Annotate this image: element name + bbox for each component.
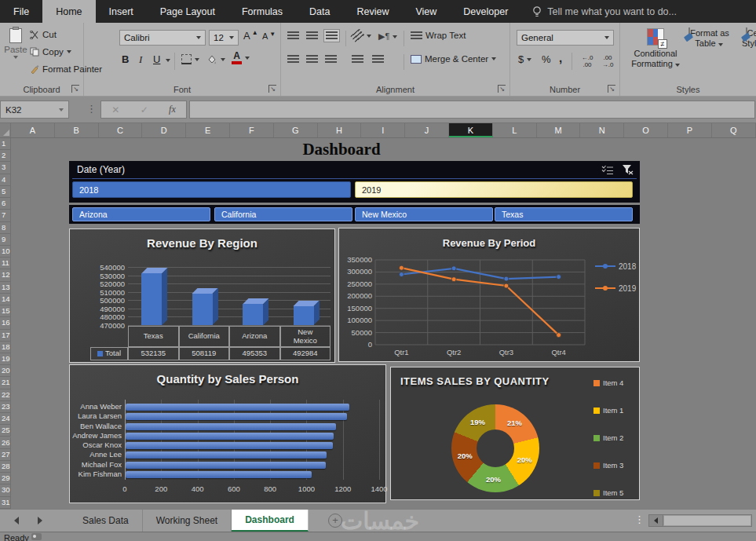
format-as-table-dropdown-arrow[interactable] (718, 43, 723, 46)
row-header-26[interactable]: 26 (0, 437, 11, 449)
column-header-M[interactable]: M (537, 123, 581, 137)
sales-bar-andrew-james[interactable] (126, 433, 334, 440)
orientation-button[interactable] (352, 31, 371, 40)
align-bottom-button[interactable] (323, 29, 340, 42)
paste-button[interactable]: Paste (4, 28, 27, 59)
row-header-2[interactable]: 2 (0, 150, 11, 162)
legend-item-item-4[interactable]: Item 4 (593, 378, 623, 387)
year-slicer-2019[interactable]: 2019 (355, 181, 633, 198)
sheet-tab-working-sheet[interactable]: Working Sheet (143, 510, 232, 532)
row-header-11[interactable]: 11 (0, 258, 11, 269)
borders-button[interactable] (181, 54, 199, 64)
row-header-6[interactable]: 6 (0, 198, 11, 210)
ribbon-tab-developer[interactable]: Developer (450, 0, 521, 23)
column-header-C[interactable]: C (99, 123, 143, 137)
sales-bar-laura-larsen[interactable] (126, 413, 347, 420)
enter-icon[interactable]: ✓ (141, 104, 148, 115)
region-bar-california[interactable] (192, 294, 213, 325)
row-header-18[interactable]: 18 (0, 342, 11, 353)
sheet-tab-dashboard[interactable]: Dashboard (232, 510, 309, 532)
merge-center-button[interactable]: Merge & Center (411, 54, 496, 64)
column-header-N[interactable]: N (580, 123, 624, 137)
state-slicer-california[interactable]: California (214, 207, 352, 221)
row-header-31[interactable]: 31 (0, 497, 11, 509)
row-header-19[interactable]: 19 (0, 353, 11, 365)
row-header-10[interactable]: 10 (0, 246, 11, 258)
column-header-J[interactable]: J (405, 123, 449, 137)
cell-styles-button[interactable]: Cell Styles (736, 28, 756, 48)
number-format-dropdown-arrow[interactable] (604, 36, 609, 39)
row-header-23[interactable]: 23 (0, 401, 11, 413)
align-center-button[interactable] (306, 55, 318, 64)
conditional-formatting-dropdown-arrow[interactable] (675, 64, 680, 67)
font-size-dropdown-arrow[interactable] (229, 36, 234, 39)
state-slicer-new-mexico[interactable]: New Mexico (355, 207, 493, 221)
number-format-combo[interactable]: General (517, 30, 614, 46)
scrollbar-thumb[interactable] (663, 515, 751, 526)
formula-input[interactable] (189, 101, 755, 119)
indent-mark-dropdown-arrow[interactable] (393, 35, 397, 38)
column-header-Q[interactable]: Q (712, 123, 756, 137)
underline-button[interactable]: U (153, 53, 160, 65)
borders-dropdown-arrow[interactable] (195, 58, 199, 61)
fill-color-button[interactable] (206, 54, 225, 64)
row-header-27[interactable]: 27 (0, 449, 11, 461)
italic-button[interactable]: I (139, 53, 142, 66)
row-header-8[interactable]: 8 (0, 222, 11, 234)
row-header-7[interactable]: 7 (0, 210, 11, 221)
column-header-F[interactable]: F (230, 123, 274, 137)
sales-bar-anne-lee[interactable] (126, 451, 327, 459)
prev-sheet-arrow[interactable] (14, 517, 19, 525)
ribbon-tab-insert[interactable]: Insert (96, 0, 147, 23)
percent-style-button[interactable]: % (542, 53, 551, 65)
clear-filter-icon[interactable] (622, 164, 634, 175)
scroll-left-arrow[interactable] (649, 515, 663, 526)
column-header-O[interactable]: O (624, 123, 668, 137)
cut-button[interactable]: Cut (30, 30, 57, 39)
macro-record-icon[interactable] (31, 533, 42, 540)
column-header-K[interactable]: K (449, 123, 493, 137)
copy-dropdown-arrow[interactable] (67, 50, 71, 53)
next-sheet-arrow[interactable] (38, 517, 42, 525)
indent-mark-button[interactable]: ▶¶ (378, 31, 397, 42)
conditional-formatting-button[interactable]: ≠ Conditional Formatting (630, 28, 681, 68)
shrink-font-button[interactable]: A▼ (262, 31, 276, 41)
column-header-H[interactable]: H (318, 123, 362, 137)
wrap-text-button[interactable]: Wrap Text (411, 31, 466, 40)
row-header-5[interactable]: 5 (0, 186, 11, 198)
row-header-28[interactable]: 28 (0, 461, 11, 473)
row-header-22[interactable]: 22 (0, 389, 11, 401)
revenue-by-region-chart[interactable]: Revenue By Region 4700004800004900005000… (69, 228, 335, 363)
increase-decimal-button[interactable]: ←.0 .00 (578, 55, 597, 69)
cancel-icon[interactable]: ✕ (111, 104, 119, 115)
row-header-20[interactable]: 20 (0, 365, 11, 377)
column-header-I[interactable]: I (361, 123, 405, 137)
font-color-button[interactable]: A (232, 52, 250, 64)
year-slicer[interactable]: Date (Year) 20182019 (69, 161, 640, 203)
align-left-button[interactable] (287, 55, 299, 64)
select-all-corner[interactable] (0, 123, 11, 137)
column-header-L[interactable]: L (493, 123, 537, 137)
ribbon-tab-formulas[interactable]: Formulas (228, 0, 296, 23)
font-dialog-launcher[interactable]: ↘ (268, 85, 276, 93)
align-right-button[interactable] (325, 55, 337, 64)
region-bar-arizona[interactable] (243, 304, 263, 325)
name-box[interactable]: K32 (0, 101, 69, 119)
row-header-16[interactable]: 16 (0, 317, 11, 329)
decrease-indent-button[interactable] (352, 55, 363, 64)
legend-item-item-3[interactable]: Item 3 (593, 461, 623, 470)
column-header-B[interactable]: B (55, 123, 99, 137)
legend-item-item-2[interactable]: Item 2 (593, 433, 623, 442)
column-header-G[interactable]: G (274, 123, 318, 137)
clipboard-dialog-launcher[interactable]: ↘ (71, 85, 79, 93)
sheet-tab-sales-data[interactable]: Sales Data (69, 510, 143, 532)
row-header-24[interactable]: 24 (0, 413, 11, 425)
font-size-combo[interactable]: 12 (209, 30, 239, 46)
region-bar-texas[interactable] (141, 273, 162, 325)
row-header-17[interactable]: 17 (0, 330, 11, 342)
revenue-by-period-chart[interactable]: Revenue By Period 0500001000001500002000… (338, 228, 640, 362)
column-header-E[interactable]: E (186, 123, 230, 137)
row-header-14[interactable]: 14 (0, 294, 11, 305)
decrease-decimal-button[interactable]: .00 →.0 (598, 55, 617, 69)
state-slicer-arizona[interactable]: Arizona (72, 207, 210, 221)
